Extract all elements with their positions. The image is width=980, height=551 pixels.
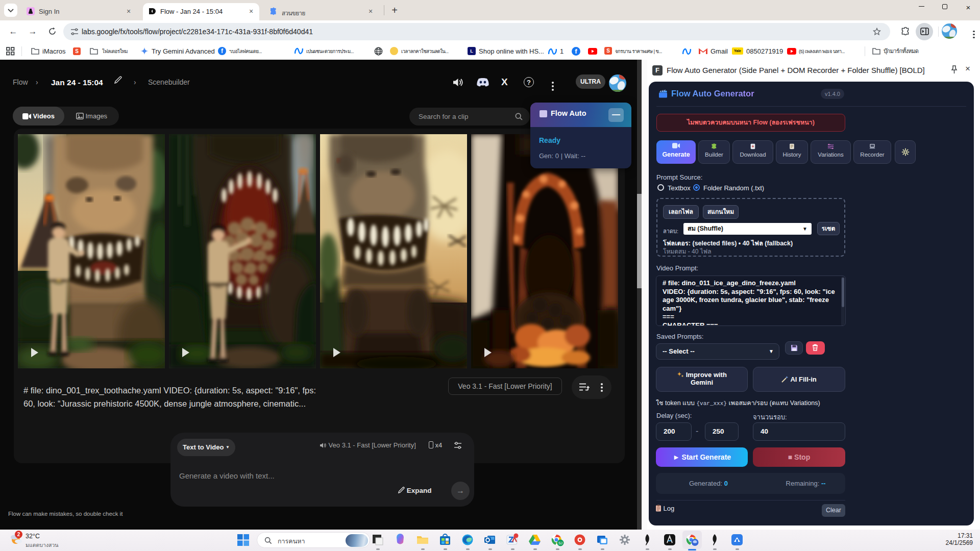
svg-text:SJ: SJ — [558, 541, 562, 545]
